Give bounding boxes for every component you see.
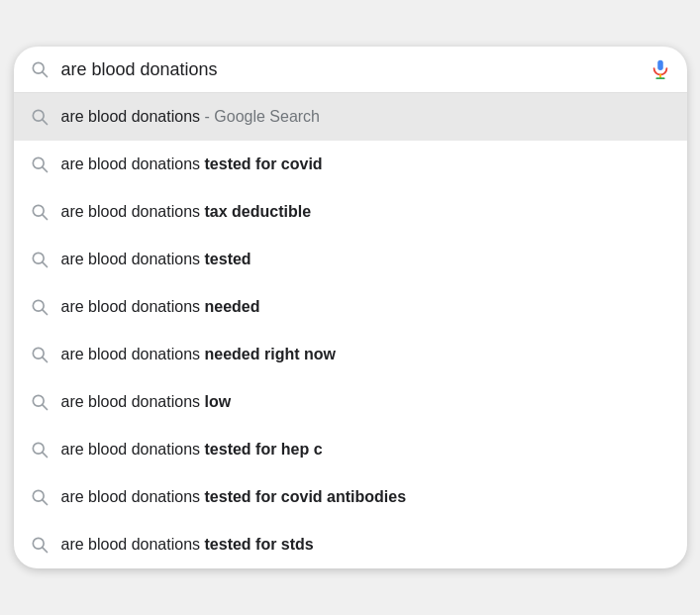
suggestion-tested-stds[interactable]: are blood donations tested for stds <box>14 521 687 568</box>
svg-line-20 <box>42 453 47 458</box>
search-input[interactable] <box>61 59 638 80</box>
svg-line-6 <box>42 120 47 125</box>
search-suggestion-icon <box>30 202 50 222</box>
suggestion-text: are blood donations needed <box>61 298 260 316</box>
search-suggestion-icon <box>30 250 50 269</box>
svg-line-18 <box>42 405 47 410</box>
search-suggestion-icon <box>30 487 50 507</box>
suggestion-text: are blood donations tested for covid ant… <box>61 488 407 506</box>
suggestion-tested-covid[interactable]: are blood donations tested for covid <box>14 141 687 188</box>
search-container: are blood donations - Google Search are … <box>14 47 687 568</box>
suggestion-tested-covid-antibodies[interactable]: are blood donations tested for covid ant… <box>14 473 687 521</box>
suggestion-google-search[interactable]: are blood donations - Google Search <box>14 93 687 141</box>
search-bar <box>14 47 687 93</box>
suggestion-needed-right-now[interactable]: are blood donations needed right now <box>14 331 687 378</box>
svg-line-16 <box>42 358 47 362</box>
suggestion-text: are blood donations tax deductible <box>61 203 312 221</box>
suggestion-text: are blood donations tested <box>61 251 251 268</box>
suggestion-text: are blood donations - Google Search <box>61 108 321 126</box>
svg-line-10 <box>42 215 47 220</box>
suggestion-text: are blood donations tested for hep c <box>61 441 323 459</box>
svg-line-12 <box>42 262 47 267</box>
search-icon <box>30 59 50 79</box>
suggestion-needed[interactable]: are blood donations needed <box>14 283 687 331</box>
svg-line-22 <box>42 500 47 505</box>
suggestion-text: are blood donations tested for covid <box>61 155 323 173</box>
suggestion-low[interactable]: are blood donations low <box>14 378 687 426</box>
suggestion-tested[interactable]: are blood donations tested <box>14 236 687 283</box>
search-suggestion-icon <box>30 297 50 317</box>
search-suggestion-icon <box>30 154 50 174</box>
suggestion-text: are blood donations needed right now <box>61 346 336 363</box>
search-suggestion-icon <box>30 535 50 555</box>
suggestion-tested-hep-c[interactable]: are blood donations tested for hep c <box>14 426 687 473</box>
suggestion-text: are blood donations tested for stds <box>61 536 314 554</box>
search-suggestion-icon <box>30 392 50 412</box>
mic-icon[interactable] <box>650 58 671 80</box>
svg-line-24 <box>42 548 47 553</box>
suggestions-list: are blood donations - Google Search are … <box>14 93 687 568</box>
svg-line-8 <box>42 167 47 172</box>
suggestion-tax-deductible[interactable]: are blood donations tax deductible <box>14 188 687 236</box>
search-suggestion-icon <box>30 345 50 364</box>
search-suggestion-icon <box>30 440 50 460</box>
svg-line-1 <box>42 72 47 77</box>
search-suggestion-icon <box>30 107 50 127</box>
suggestion-text: are blood donations low <box>61 393 232 411</box>
svg-rect-2 <box>657 60 663 70</box>
svg-line-14 <box>42 310 47 315</box>
